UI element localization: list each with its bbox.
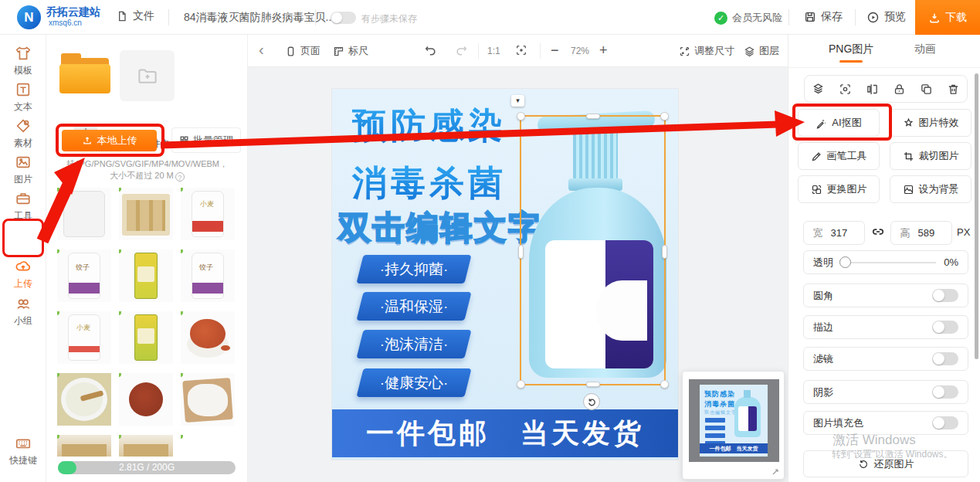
thumb-dumpling-flour-bag[interactable]: 饺子	[57, 249, 111, 302]
link-dimensions-icon[interactable]	[870, 224, 886, 239]
selection-handle-e[interactable]	[662, 245, 667, 259]
poster-tag-3[interactable]: ·泡沫清洁·	[356, 330, 471, 358]
help-question-icon[interactable]: ?	[175, 172, 185, 182]
add-folder-button[interactable]	[120, 50, 175, 101]
poster-title-2[interactable]: 消毒杀菌	[352, 160, 507, 206]
delete-icon[interactable]	[947, 83, 960, 96]
poster-banner[interactable]: 一件包邮 当天发货	[332, 409, 678, 457]
zoom-out-button[interactable]: −	[551, 42, 559, 59]
design-poster[interactable]: 预防感染 消毒杀菌 双击编辑文字 ·持久抑菌· ·温和保湿· ·泡沫清洁· ·健…	[332, 89, 678, 460]
height-input[interactable]	[917, 226, 943, 239]
layer-order-icon[interactable]	[812, 83, 825, 96]
fit-screen-icon	[515, 44, 527, 56]
fill-color-toggle[interactable]	[932, 416, 958, 429]
height-field[interactable]: 高	[890, 221, 952, 245]
selection-handle-n[interactable]	[586, 114, 600, 119]
corner-radius-toggle[interactable]	[932, 289, 958, 302]
poster-tag-2[interactable]: ·温和保湿·	[356, 292, 471, 321]
file-menu[interactable]: 文件	[116, 9, 154, 23]
ai-cutout-button[interactable]: AI抠图	[798, 109, 880, 137]
duplicate-icon[interactable]	[920, 83, 933, 96]
minimap-subtitle: 双击编辑文字	[704, 409, 737, 416]
poster-tag-1[interactable]: ·持久抑菌·	[356, 255, 471, 283]
resize-button[interactable]: 调整尺寸	[679, 44, 734, 58]
opacity-slider-knob[interactable]	[839, 256, 851, 268]
default-folder[interactable]	[58, 50, 113, 98]
thumb-wheat-flour-bag-red[interactable]: 小麦	[181, 188, 235, 240]
thumb-flour-on-tray[interactable]	[181, 373, 235, 426]
thumb-carton-with-packets[interactable]	[119, 188, 173, 240]
poster-tag-4[interactable]: ·健康安心·	[356, 368, 471, 397]
brush-tool-button[interactable]: 画笔工具	[798, 142, 880, 170]
restore-image-button[interactable]: 还原图片	[803, 450, 968, 477]
thumb-carton-top[interactable]	[57, 435, 111, 457]
image-effects-button[interactable]: 图片特效	[890, 109, 972, 137]
replace-image-button[interactable]: 更换图片	[798, 175, 880, 203]
thumb-wheat-flour-bag-white[interactable]: 小麦	[57, 311, 111, 364]
thumb-red-beans-pile[interactable]	[119, 373, 173, 426]
opacity-slider[interactable]	[841, 262, 936, 263]
align-flip-icon[interactable]	[866, 83, 879, 96]
rail-item-assets[interactable]: 素材	[0, 117, 46, 150]
thumb-blank[interactable]	[181, 435, 235, 457]
ratio-button[interactable]: 1:1	[487, 46, 500, 56]
crop-image-button[interactable]: 裁切图片	[890, 142, 972, 170]
thumb-dumpling-flour-bag[interactable]: 饺子	[181, 249, 235, 302]
page-button[interactable]: 页面	[285, 44, 320, 58]
autosave-toggle[interactable]	[331, 12, 356, 24]
thumb-yellow-grain-bag[interactable]	[119, 311, 173, 364]
back-button[interactable]: ‹	[259, 41, 264, 59]
width-field[interactable]: 宽	[803, 221, 865, 245]
rail-label: 快捷键	[0, 454, 46, 467]
set-background-button[interactable]: 设为背景	[890, 175, 972, 203]
rail-item-text[interactable]: 文本	[0, 81, 46, 114]
focus-icon[interactable]	[839, 83, 852, 96]
thumb-yellow-grain-bag[interactable]	[119, 249, 173, 302]
layers-button[interactable]: 图层	[744, 44, 779, 58]
rail-item-upload[interactable]: 上传	[0, 258, 46, 290]
brand-logo-icon[interactable]: N	[17, 5, 41, 29]
fit-screen-button[interactable]	[515, 44, 527, 56]
download-button[interactable]: 下载	[915, 0, 980, 35]
selection-handle-nw[interactable]	[517, 112, 525, 120]
redo-button[interactable]	[455, 44, 468, 57]
preview-button[interactable]: 预览	[866, 10, 906, 24]
selection-handle-sw[interactable]	[517, 380, 525, 389]
thumb-white-plastic-bag[interactable]	[57, 188, 111, 240]
lock-icon[interactable]	[893, 83, 906, 96]
save-button[interactable]: 保存	[804, 10, 843, 24]
tab-animation[interactable]: 动画	[914, 42, 936, 56]
thumb-porridge-bowl[interactable]	[57, 373, 111, 426]
thumb-carton-top[interactable]	[119, 435, 173, 457]
stroke-toggle[interactable]	[932, 321, 958, 334]
undo-button[interactable]	[424, 44, 437, 57]
selection-box[interactable]	[520, 115, 666, 385]
zoom-in-button[interactable]: +	[599, 42, 608, 59]
thumb-peanuts-in-bowl[interactable]	[181, 311, 235, 364]
selection-menu-button[interactable]: ▾	[511, 95, 524, 107]
selection-handle-w[interactable]	[518, 245, 524, 259]
tab-png-image[interactable]: PNG图片	[829, 42, 873, 56]
width-input[interactable]	[829, 226, 856, 239]
batch-manage-button[interactable]: 批量管理	[171, 127, 241, 153]
rail-item-images[interactable]: 图片	[0, 154, 46, 186]
document-title[interactable]: 84消毒液灭菌防肺炎病毒宝贝...	[184, 11, 334, 25]
selection-handle-s[interactable]	[586, 382, 600, 387]
rail-item-group[interactable]: 小组	[0, 295, 46, 328]
ruler-button[interactable]: 标尺	[333, 44, 368, 58]
filter-toggle[interactable]	[932, 352, 958, 365]
selection-handle-ne[interactable]	[660, 112, 669, 120]
rail-item-shortcuts[interactable]: 快捷键	[0, 435, 46, 467]
rail-item-templates[interactable]: 模板	[0, 45, 46, 77]
local-upload-button[interactable]: 本地上传	[62, 130, 157, 151]
rail-item-tools[interactable]: 工具	[0, 190, 46, 222]
poster-subtitle[interactable]: 双击编辑文字	[338, 206, 542, 249]
poster-title-1[interactable]: 预防感染	[352, 103, 507, 149]
minimap-expand-icon[interactable]	[771, 467, 780, 477]
minimap-panel[interactable]: 预防感染 消毒杀菌 双击编辑文字 一件包邮 当天发货	[682, 371, 785, 480]
shadow-toggle[interactable]	[932, 385, 958, 399]
selection-handle-se[interactable]	[660, 380, 669, 389]
panel-scrollbar[interactable]	[975, 73, 978, 359]
rotate-handle[interactable]	[583, 393, 600, 410]
storage-label: 2.81G / 200G	[119, 462, 175, 473]
